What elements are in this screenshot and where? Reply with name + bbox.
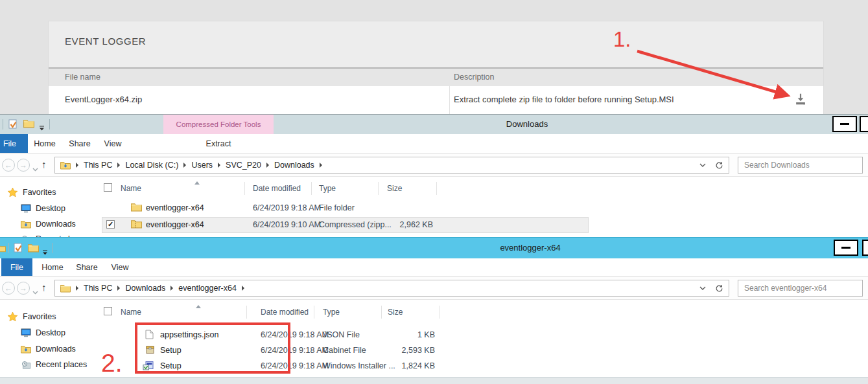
separator <box>8 243 9 253</box>
new-folder-icon[interactable] <box>23 119 34 131</box>
file-date: 6/24/2019 9:10 AM <box>253 220 321 229</box>
separator <box>3 119 3 130</box>
maximize-button[interactable] <box>860 116 868 132</box>
breadcrumb-downloads[interactable]: Downloads <box>274 161 314 170</box>
file-size: 2,962 KB <box>360 220 433 229</box>
file-type: JSON File <box>323 330 360 339</box>
window-bottom-edge <box>0 377 868 384</box>
tab-share[interactable]: Share <box>71 258 102 276</box>
tab-share[interactable]: Share <box>64 134 95 153</box>
explorer-window-downloads: Compressed Folder Tools Downloads File H… <box>0 114 868 237</box>
recent-locations-icon[interactable] <box>32 286 38 297</box>
customize-qat-icon[interactable] <box>42 246 48 258</box>
column-type[interactable]: Type <box>323 308 340 317</box>
file-row-setup-msi[interactable]: Setup 6/24/2019 9:18 AM Windows Installe… <box>0 358 590 374</box>
address-box[interactable]: This PC Downloads eventlogger-x64 <box>54 280 729 297</box>
file-size: 1 KB <box>363 330 435 339</box>
breadcrumb-separator <box>117 163 120 168</box>
window-title: Downloads <box>506 119 548 129</box>
breadcrumb-separator <box>218 163 220 168</box>
event-logger-card: EVENT LOGGER File name Description Event… <box>49 21 823 114</box>
column-type[interactable]: Type <box>319 184 336 193</box>
minimize-button[interactable] <box>832 116 857 132</box>
column-name[interactable]: Name <box>121 184 141 193</box>
search-input[interactable] <box>738 157 862 173</box>
select-all-checkbox[interactable] <box>104 183 112 192</box>
file-row-eventlogger-zip-selected[interactable]: ✓ eventlogger-x64 6/24/2019 9:10 AM Comp… <box>0 217 590 233</box>
separator <box>52 243 53 253</box>
column-size[interactable]: Size <box>388 308 403 317</box>
breadcrumb-separator <box>117 286 120 291</box>
forward-button[interactable]: → <box>17 282 30 295</box>
properties-icon[interactable] <box>8 119 18 132</box>
column-name[interactable]: Name <box>121 308 141 317</box>
tab-view[interactable]: View <box>105 258 135 276</box>
tab-home[interactable]: Home <box>38 258 67 276</box>
file-row-setup-cab[interactable]: Setup 6/24/2019 9:18 AM Cabinet File 2,5… <box>0 343 590 358</box>
breadcrumb-svc-p20[interactable]: SVC_P20 <box>226 161 261 170</box>
back-button[interactable]: ← <box>2 282 15 295</box>
address-folder-icon <box>60 161 71 170</box>
new-folder-icon[interactable] <box>28 243 39 255</box>
download-icon[interactable] <box>793 93 808 106</box>
refresh-icon[interactable] <box>715 284 723 293</box>
forward-button[interactable]: → <box>17 159 30 172</box>
search-box[interactable] <box>738 157 863 174</box>
context-tab-compressed-folder-tools[interactable]: Compressed Folder Tools <box>163 115 274 134</box>
col-description: Description <box>454 73 495 82</box>
file-row-appsettings-json[interactable]: appsettings.json 6/24/2019 9:18 AM JSON … <box>0 327 590 343</box>
download-row: EventLogger-x64.zip Extract complete zip… <box>49 86 823 114</box>
file-name: eventlogger-x64 <box>146 220 204 229</box>
zip-file-description: Extract complete zip file to folder befo… <box>454 95 674 104</box>
maximize-button[interactable] <box>862 240 868 256</box>
column-date-modified[interactable]: Date modified <box>253 184 301 193</box>
list-header: Name Date modified Type Size <box>0 305 609 322</box>
page-title: EVENT LOGGER <box>65 36 146 47</box>
address-box[interactable]: This PC Local Disk (C:) Users SVC_P20 Do… <box>54 157 729 174</box>
breadcrumb-downloads[interactable]: Downloads <box>125 284 165 293</box>
customize-qat-icon[interactable] <box>39 122 45 133</box>
refresh-icon[interactable] <box>715 161 723 170</box>
properties-icon[interactable] <box>14 243 23 256</box>
col-file-name: File name <box>65 73 100 82</box>
window-title: eventlogger-x64 <box>500 243 560 253</box>
breadcrumb-users[interactable]: Users <box>191 161 213 170</box>
search-box[interactable] <box>738 280 863 297</box>
up-button[interactable]: ↑ <box>41 282 47 293</box>
tab-view[interactable]: View <box>98 134 128 153</box>
address-dropdown-icon[interactable] <box>699 286 706 290</box>
address-folder-icon <box>60 284 71 293</box>
tab-file[interactable]: File <box>0 134 28 153</box>
separator <box>49 119 50 130</box>
window-content: Favorites Desktop Downloads Recent place… <box>0 177 868 237</box>
file-type: Cabinet File <box>323 346 366 355</box>
zip-file-name: EventLogger-x64.zip <box>65 95 142 104</box>
breadcrumb-local-disk[interactable]: Local Disk (C:) <box>125 161 178 170</box>
screenshot: EVENT LOGGER File name Description Event… <box>0 0 868 384</box>
cell-divider <box>449 86 450 114</box>
select-all-checkbox[interactable] <box>104 307 112 315</box>
breadcrumb-this-pc[interactable]: This PC <box>84 161 112 170</box>
file-row-eventlogger-folder[interactable]: eventlogger-x64 6/24/2019 9:18 AM File f… <box>0 200 590 216</box>
up-button[interactable]: ↑ <box>41 159 47 170</box>
folder-icon <box>131 203 142 214</box>
tab-file[interactable]: File <box>1 258 32 276</box>
download-page-panel: EVENT LOGGER File name Description Event… <box>0 0 868 114</box>
address-bar-row: ← → ↑ This PC Local Disk (C:) Users SVC_… <box>0 153 868 177</box>
minimize-button[interactable] <box>834 240 858 256</box>
address-dropdown-icon[interactable] <box>699 163 706 167</box>
search-input[interactable] <box>738 280 862 296</box>
row-checkbox-checked[interactable]: ✓ <box>106 220 115 229</box>
column-size[interactable]: Size <box>387 184 402 193</box>
tab-home[interactable]: Home <box>30 134 60 153</box>
table-header: File name Description <box>49 69 823 86</box>
breadcrumb-this-pc[interactable]: This PC <box>84 284 112 293</box>
sidebar-item-recent-places[interactable]: Recent places <box>21 232 87 237</box>
recent-locations-icon[interactable] <box>32 163 38 174</box>
ribbon-tabs: File Home Share View <box>0 258 868 277</box>
column-date-modified[interactable]: Date modified <box>261 308 309 317</box>
back-button[interactable]: ← <box>2 159 15 172</box>
file-date: 6/24/2019 9:18 AM <box>253 203 321 212</box>
tab-extract[interactable]: Extract <box>198 134 239 153</box>
breadcrumb-eventlogger-x64[interactable]: eventlogger-x64 <box>178 284 237 293</box>
